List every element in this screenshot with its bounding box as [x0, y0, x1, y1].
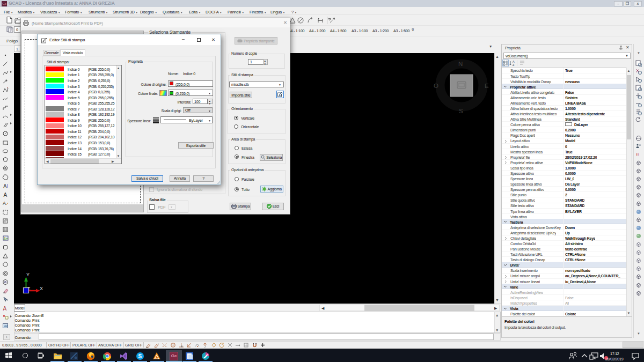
svg-text:!!: !!	[636, 152, 639, 157]
svg-text:S: S	[138, 353, 142, 359]
svg-text:Z: Z	[513, 63, 515, 67]
svg-text:N: N	[458, 61, 463, 67]
svg-text:A: A	[4, 192, 8, 198]
svg-text:X: X	[40, 286, 43, 291]
svg-text:S: S	[459, 108, 463, 114]
svg-text:O: O	[434, 83, 438, 89]
svg-text:A: A	[3, 183, 7, 189]
svg-text:Y: Y	[26, 272, 30, 277]
svg-text:A: A	[3, 201, 6, 206]
svg-text:E: E	[485, 83, 489, 89]
svg-text:A: A	[3, 306, 7, 312]
